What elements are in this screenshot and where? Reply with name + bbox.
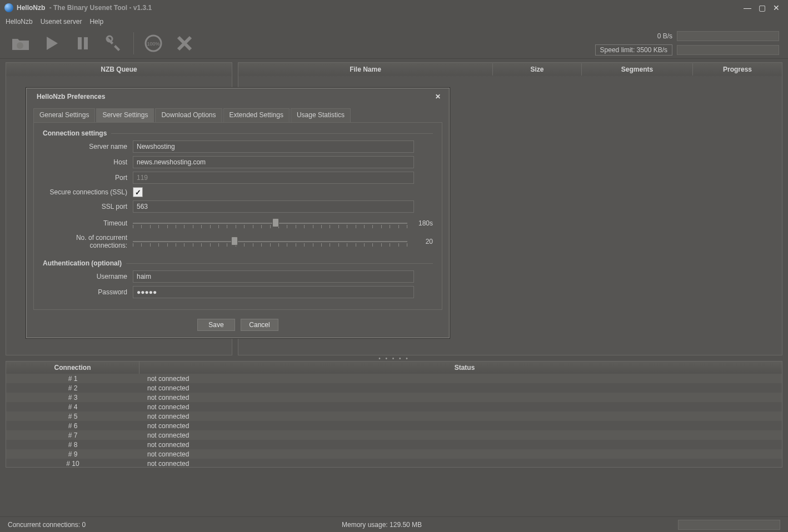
connection-row[interactable]: # 9not connected bbox=[6, 449, 782, 459]
connection-row[interactable]: # 6not connected bbox=[6, 421, 782, 430]
col-connection[interactable]: Connection bbox=[6, 362, 139, 374]
titlebar: HelloNzb - The Binary Usenet Tool - v1.3… bbox=[0, 0, 788, 16]
connection-row[interactable]: # 1not connected bbox=[6, 374, 782, 383]
tab-usage-statistics[interactable]: Usage Statistics bbox=[291, 108, 351, 122]
label-password: Password bbox=[43, 288, 133, 296]
slider-connections[interactable] bbox=[133, 235, 407, 248]
status-concurrent: Concurrent connections: 0 bbox=[8, 521, 86, 529]
connection-id: # 8 bbox=[6, 441, 139, 449]
minimize-button[interactable]: — bbox=[740, 3, 755, 13]
save-button[interactable]: Save bbox=[197, 319, 235, 331]
connection-row[interactable]: # 3not connected bbox=[6, 393, 782, 402]
svg-rect-2 bbox=[84, 37, 88, 49]
cancel-button[interactable]: Cancel bbox=[241, 319, 278, 331]
connection-status: not connected bbox=[139, 441, 782, 449]
label-server-name: Server name bbox=[43, 143, 133, 150]
open-folder-button[interactable] bbox=[6, 30, 36, 57]
play-button[interactable] bbox=[37, 30, 67, 57]
app-icon bbox=[4, 3, 13, 12]
section-authentication: Authentication (optional) bbox=[43, 259, 433, 267]
connection-id: # 3 bbox=[6, 394, 139, 401]
connection-id: # 1 bbox=[6, 375, 139, 383]
file-table-header: File Name Size Segments Progress bbox=[238, 63, 782, 76]
connection-status: not connected bbox=[139, 422, 782, 430]
input-port[interactable] bbox=[133, 172, 414, 184]
menu-usenet-server[interactable]: Usenet server bbox=[41, 18, 82, 26]
connection-id: # 10 bbox=[6, 460, 139, 468]
input-ssl-port[interactable] bbox=[133, 200, 414, 213]
status-progress-box bbox=[678, 520, 780, 530]
app-title: HelloNzb - The Binary Usenet Tool - v1.3… bbox=[17, 4, 152, 12]
connection-id: # 7 bbox=[6, 431, 139, 439]
connection-status: not connected bbox=[139, 431, 782, 439]
label-timeout: Timeout bbox=[43, 219, 133, 227]
connection-status: not connected bbox=[139, 375, 782, 383]
col-status[interactable]: Status bbox=[139, 362, 782, 374]
preferences-dialog: HelloNzb Preferences ✕ General Settings … bbox=[26, 88, 450, 338]
tab-general-settings[interactable]: General Settings bbox=[33, 108, 95, 122]
col-size[interactable]: Size bbox=[493, 63, 582, 76]
input-host[interactable] bbox=[133, 156, 414, 168]
input-password[interactable] bbox=[133, 286, 414, 298]
section-connection-settings: Connection settings bbox=[43, 129, 433, 137]
svg-text:100%: 100% bbox=[147, 41, 159, 47]
connection-status: not connected bbox=[139, 394, 782, 401]
connections-body[interactable]: # 1not connected# 2not connected# 3not c… bbox=[6, 374, 782, 467]
label-connections: No. of concurrent connections: bbox=[43, 234, 133, 249]
close-button[interactable]: ✕ bbox=[769, 3, 784, 13]
speed-limit-button[interactable]: Speed limit: 3500 KB/s bbox=[595, 44, 672, 56]
svg-point-0 bbox=[17, 42, 23, 49]
connection-row[interactable]: # 8not connected bbox=[6, 440, 782, 449]
connection-status: not connected bbox=[139, 413, 782, 420]
col-file-name[interactable]: File Name bbox=[238, 63, 493, 76]
status-memory: Memory usage: 129.50 MB bbox=[86, 521, 678, 529]
connection-id: # 5 bbox=[6, 413, 139, 420]
menu-hellonzb[interactable]: HelloNzb bbox=[6, 18, 33, 26]
label-ssl: Secure connections (SSL) bbox=[43, 188, 133, 196]
pause-button[interactable] bbox=[68, 30, 98, 57]
queue-header: NZB Queue bbox=[6, 63, 232, 76]
connection-row[interactable]: # 7not connected bbox=[6, 430, 782, 440]
connection-status: not connected bbox=[139, 460, 782, 468]
tab-download-options[interactable]: Download Options bbox=[155, 108, 222, 122]
menubar: HelloNzb Usenet server Help bbox=[0, 16, 788, 28]
toolbar-separator bbox=[133, 32, 134, 54]
dialog-title: HelloNzb Preferences bbox=[37, 93, 105, 101]
maximize-button[interactable]: ▢ bbox=[755, 3, 769, 13]
connection-status: not connected bbox=[139, 403, 782, 411]
connection-id: # 4 bbox=[6, 403, 139, 411]
menu-help[interactable]: Help bbox=[89, 18, 103, 26]
connection-status: not connected bbox=[139, 384, 782, 392]
slider-timeout[interactable] bbox=[133, 217, 407, 229]
cancel-all-button[interactable] bbox=[169, 30, 200, 57]
current-speed-label: 0 B/s bbox=[657, 32, 672, 40]
connection-status: not connected bbox=[139, 450, 782, 458]
dialog-close-button[interactable]: ✕ bbox=[432, 91, 443, 102]
input-server-name[interactable] bbox=[133, 140, 414, 153]
tab-extended-settings[interactable]: Extended Settings bbox=[223, 108, 290, 122]
connection-row[interactable]: # 4not connected bbox=[6, 402, 782, 411]
value-connections: 20 bbox=[407, 238, 433, 245]
col-segments[interactable]: Segments bbox=[582, 63, 693, 76]
statusbar: Concurrent connections: 0 Memory usage: … bbox=[0, 516, 788, 532]
input-username[interactable] bbox=[133, 270, 414, 283]
dialog-titlebar[interactable]: HelloNzb Preferences ✕ bbox=[27, 88, 449, 105]
horizontal-splitter[interactable]: • • • • • bbox=[0, 355, 788, 361]
speed-gauge-button[interactable]: 100% bbox=[138, 30, 168, 57]
connection-row[interactable]: # 2not connected bbox=[6, 383, 782, 393]
label-host: Host bbox=[43, 158, 133, 166]
checkbox-ssl[interactable]: ✓ bbox=[133, 187, 143, 197]
label-username: Username bbox=[43, 273, 133, 280]
tab-server-settings[interactable]: Server Settings bbox=[96, 108, 154, 122]
label-port: Port bbox=[43, 174, 133, 182]
connection-row[interactable]: # 10not connected bbox=[6, 459, 782, 467]
settings-button[interactable] bbox=[99, 30, 129, 57]
connection-id: # 2 bbox=[6, 384, 139, 392]
col-progress[interactable]: Progress bbox=[693, 63, 782, 76]
label-ssl-port: SSL port bbox=[43, 203, 133, 210]
connection-id: # 6 bbox=[6, 422, 139, 430]
dialog-tabs: General Settings Server Settings Downloa… bbox=[27, 105, 449, 122]
svg-rect-1 bbox=[78, 37, 82, 49]
connection-id: # 9 bbox=[6, 450, 139, 458]
connection-row[interactable]: # 5not connected bbox=[6, 411, 782, 421]
